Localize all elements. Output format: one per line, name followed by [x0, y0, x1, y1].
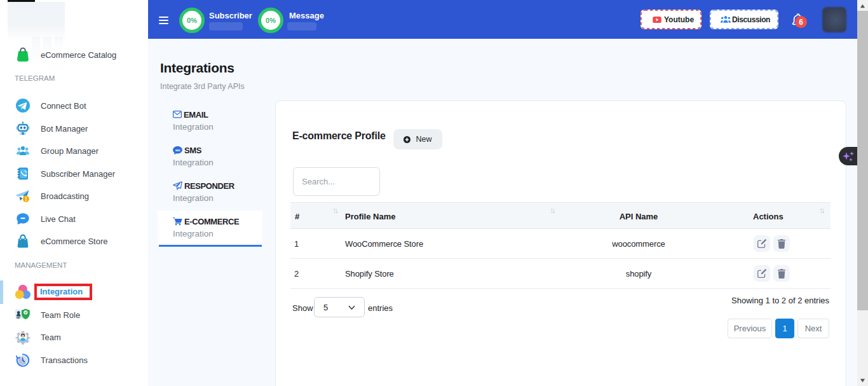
svg-text:SMS: SMS	[175, 148, 180, 151]
